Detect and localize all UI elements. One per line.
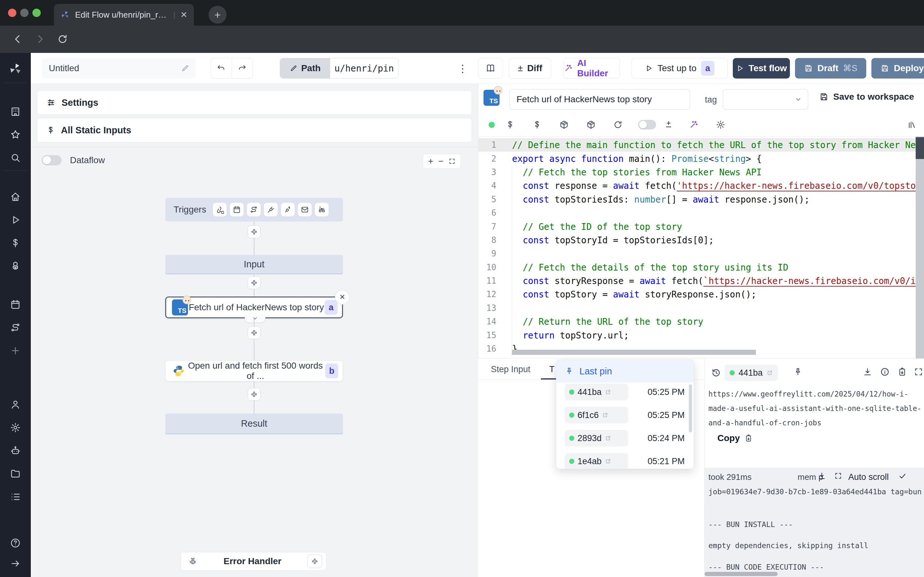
zoom-out-button[interactable]: − — [438, 156, 443, 166]
path-editor[interactable]: Path u/henri/pin — [280, 58, 399, 79]
pin-item[interactable]: 2893d 05:24 PM — [556, 427, 694, 450]
sidebar-item-home[interactable] — [10, 191, 21, 202]
vertical-scrollbar[interactable] — [916, 137, 924, 358]
scrollbar-thumb[interactable] — [916, 137, 924, 159]
email-trigger-icon[interactable] — [298, 203, 312, 217]
code-line[interactable]: 1// Define the main function to fetch th… — [478, 138, 924, 152]
step-node-b[interactable]: Open url and fetch first 500 words of ..… — [165, 360, 343, 382]
sidebar-item-folders[interactable] — [10, 468, 21, 479]
expand-logs-icon[interactable] — [834, 472, 842, 480]
step-node-a[interactable]: TS Fetch url of HackerNews top story a ✕ — [165, 297, 343, 318]
ai-assist-wand-icon[interactable] — [689, 120, 698, 129]
diff-plusminus-icon[interactable] — [664, 120, 674, 129]
external-link-icon[interactable] — [766, 370, 773, 376]
sidebar-item-audit-logs[interactable] — [10, 492, 21, 502]
last-pin-option[interactable]: Last pin — [556, 360, 694, 382]
all-static-inputs-button[interactable]: All Static Inputs — [37, 118, 472, 142]
sidebar-item-favorites[interactable] — [10, 129, 21, 140]
package-icon[interactable] — [559, 120, 569, 129]
sidebar-item-variables[interactable] — [10, 237, 21, 248]
run-id-pill[interactable]: 441ba — [724, 364, 778, 381]
code-line[interactable]: 11 const storyResponse = await fetch(`ht… — [478, 274, 924, 287]
external-link-icon[interactable] — [605, 458, 611, 464]
external-link-icon[interactable] — [605, 435, 611, 442]
edit-name-pencil-icon[interactable] — [181, 64, 189, 73]
collapse-chevron-icon[interactable] — [245, 314, 265, 322]
window-minimize-button[interactable] — [20, 9, 29, 17]
history-icon[interactable] — [711, 367, 721, 378]
deploy-button[interactable]: Deploy — [871, 58, 924, 79]
add-resource-icon[interactable] — [532, 120, 542, 129]
code-line[interactable]: 3 // Fetch the top stories from Hacker N… — [478, 165, 924, 179]
forward-icon[interactable] — [35, 34, 45, 45]
kafka-trigger-icon[interactable] — [281, 203, 295, 217]
code-line[interactable]: 7 // Get the ID of the top story — [478, 219, 924, 233]
fit-view-icon[interactable] — [449, 158, 456, 165]
horizontal-scrollbar[interactable] — [512, 350, 756, 355]
remove-step-icon[interactable]: ✕ — [335, 290, 350, 305]
package-icon[interactable] — [586, 120, 596, 129]
sidebar-item-resources[interactable] — [10, 261, 21, 271]
add-step-button[interactable] — [248, 326, 260, 339]
download-result-icon[interactable] — [863, 367, 872, 377]
pin-run-pill[interactable]: 441ba — [565, 384, 628, 400]
sidebar-item-runs[interactable] — [10, 214, 21, 226]
sidebar-item-account[interactable] — [10, 399, 21, 410]
code-line[interactable]: 12 const topStory = await storyResponse.… — [478, 287, 924, 301]
add-step-button[interactable] — [248, 226, 260, 238]
sidebar-item-workers[interactable] — [10, 445, 21, 456]
dataflow-toggle[interactable] — [42, 155, 61, 165]
reload-editor-icon[interactable] — [613, 120, 623, 129]
code-line[interactable]: 17 — [478, 356, 924, 358]
input-node[interactable]: Input — [165, 255, 343, 274]
test-up-to-button[interactable]: Test up to a — [632, 58, 728, 79]
autoscroll-check-icon[interactable] — [898, 472, 907, 480]
add-variable-icon[interactable] — [505, 120, 515, 129]
back-icon[interactable] — [12, 34, 23, 45]
sidebar-item-flows[interactable] — [10, 322, 21, 333]
websocket-trigger-icon[interactable] — [264, 203, 278, 217]
pin-run-pill[interactable]: 6f1c6 — [565, 407, 628, 424]
sidebar-item-search[interactable] — [10, 152, 21, 163]
draft-button[interactable]: Draft ⌘S — [795, 58, 866, 79]
flow-settings-button[interactable]: Settings — [37, 90, 472, 115]
clipboard-icon[interactable] — [897, 367, 907, 377]
pin-item[interactable]: 6f1c6 05:25 PM — [556, 404, 694, 427]
tab-close-icon[interactable]: ✕ — [180, 10, 187, 20]
diff-mode-toggle[interactable] — [638, 120, 656, 129]
pin-item[interactable]: 441ba 05:25 PM — [556, 380, 694, 404]
route-trigger-icon[interactable] — [247, 203, 261, 217]
code-line[interactable]: 14 // Return the URL of the top story — [478, 315, 924, 328]
add-step-button[interactable] — [248, 276, 260, 289]
sidebar-item-schedules[interactable] — [10, 299, 21, 310]
flow-name-input[interactable]: Untitled — [42, 58, 196, 79]
new-tab-button[interactable]: + — [208, 6, 226, 24]
undo-button[interactable] — [211, 58, 232, 78]
code-editor[interactable]: 1// Define the main function to fetch th… — [478, 136, 924, 358]
pin-run-pill[interactable]: 1e4ab — [565, 453, 628, 469]
sidebar-item-workspace[interactable] — [10, 106, 21, 117]
window-zoom-button[interactable] — [32, 9, 41, 17]
test-flow-button[interactable]: Test flow — [733, 58, 790, 79]
dropdown-scrollbar[interactable] — [689, 384, 692, 432]
sidebar-expand-icon[interactable] — [10, 558, 21, 569]
sidebar-item-help[interactable] — [10, 538, 21, 548]
editor-settings-gear-icon[interactable] — [716, 120, 725, 129]
window-close-button[interactable] — [8, 9, 16, 17]
browser-tab[interactable]: Edit Flow u/henri/pin_results | ✕ — [54, 4, 194, 26]
schedule-trigger-icon[interactable] — [230, 203, 244, 217]
more-options-icon[interactable]: ⋮ — [457, 63, 468, 75]
tab-test-partial[interactable]: T — [549, 364, 555, 374]
external-link-icon[interactable] — [605, 389, 611, 395]
tab-step-input[interactable]: Step Input — [491, 364, 530, 374]
path-label-segment[interactable]: Path — [280, 58, 330, 78]
ai-builder-button[interactable]: AI Builder — [564, 58, 620, 79]
windmill-logo-icon[interactable] — [8, 62, 23, 76]
log-horizontal-scrollbar[interactable] — [704, 572, 778, 576]
pin-item[interactable]: 1e4ab 05:21 PM — [556, 450, 694, 469]
code-line[interactable]: 13 — [478, 301, 924, 315]
external-link-icon[interactable] — [602, 412, 608, 418]
sidebar-item-create[interactable] — [10, 345, 21, 356]
poll-trigger-icon[interactable] — [315, 203, 329, 217]
library-icon[interactable] — [907, 120, 917, 129]
